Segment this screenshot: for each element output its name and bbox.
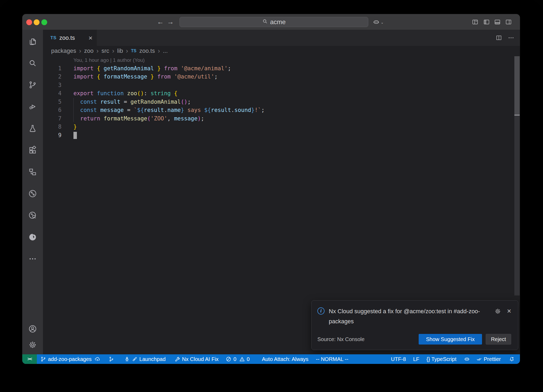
- show-suggested-fix-button[interactable]: Show Suggested Fix: [419, 334, 482, 345]
- breadcrumb-separator: ›: [126, 47, 128, 55]
- breadcrumb-item-lib[interactable]: lib: [117, 47, 123, 54]
- activity-bar-item-explorer[interactable]: [28, 37, 37, 46]
- language-item[interactable]: {} TypeScript: [426, 356, 456, 362]
- toggle-primary-sidebar-icon[interactable]: [483, 19, 490, 25]
- line-number: 7: [43, 115, 62, 123]
- breadcrumb-item-file[interactable]: zoo.ts: [139, 47, 155, 54]
- line-number: 9: [43, 131, 62, 140]
- navigate-back-button[interactable]: ←: [156, 18, 164, 26]
- code-line-1[interactable]: 1import { getRandomAnimal } from '@acme/…: [43, 64, 520, 73]
- tab-zoo-ts[interactable]: TS zoo.ts ×: [43, 30, 97, 46]
- notification-settings-gear-icon[interactable]: [494, 308, 501, 316]
- code-token: `: [134, 107, 137, 113]
- activity-bar-item-org-chart[interactable]: [28, 167, 37, 176]
- breadcrumb-symbol-tail[interactable]: ...: [163, 47, 168, 54]
- remote-indicator[interactable]: ><: [22, 354, 37, 364]
- auto-attach-item[interactable]: Auto Attach: Always: [262, 356, 309, 362]
- vim-mode-item[interactable]: -- NORMAL --: [316, 356, 348, 362]
- code-line-6[interactable]: 6 const message = `${result.name} says $…: [43, 106, 520, 115]
- zoom-window-button[interactable]: [41, 19, 47, 25]
- activity-bar-item-account[interactable]: [28, 324, 37, 333]
- status-label: Auto Attach: Always: [262, 356, 309, 362]
- code-line-2[interactable]: 2import { formatMessage } from '@acme/ut…: [43, 73, 520, 81]
- code-token: [94, 73, 97, 80]
- code-line-5[interactable]: 5 const result = getRandomAnimal();: [43, 98, 520, 106]
- code-token: (: [181, 99, 184, 105]
- navigate-forward-button[interactable]: →: [167, 18, 174, 26]
- launchpad-item[interactable]: Launchpad: [124, 356, 166, 362]
- code-token: }: [181, 107, 184, 113]
- code-line-7[interactable]: 7 return formatMessage('ZOO', message);: [43, 115, 520, 123]
- activity-bar-item-run-debug[interactable]: [28, 102, 37, 111]
- chevron-down-icon[interactable]: ⌄: [381, 20, 384, 24]
- code-token: :: [144, 90, 147, 97]
- more-actions-icon[interactable]: [508, 34, 514, 41]
- double-check-icon: [476, 356, 482, 362]
- notification-toast: i Nx Cloud suggested a fix for @acme/zoo…: [311, 300, 518, 350]
- nx-cloud-fix-item[interactable]: Nx Cloud AI Fix: [174, 356, 219, 362]
- search-icon: [262, 18, 268, 26]
- testing-icon: [28, 124, 37, 133]
- scm-graph-item[interactable]: [108, 356, 114, 362]
- activity-bar-item-extensions[interactable]: [28, 146, 37, 155]
- code-token: [73, 107, 80, 113]
- breadcrumb-item-packages[interactable]: packages: [51, 47, 76, 54]
- activity-bar-item-edge-tools[interactable]: [28, 233, 37, 242]
- status-label: Launchpad: [139, 356, 166, 362]
- code-token: {: [97, 73, 100, 80]
- customize-layout-icon[interactable]: [472, 19, 479, 25]
- eol-item[interactable]: LF: [413, 356, 419, 362]
- encoding-item[interactable]: UTF-8: [391, 356, 406, 362]
- code-token: name: [167, 107, 181, 113]
- activity-bar-item-source-control[interactable]: [28, 80, 37, 89]
- toggle-panel-icon[interactable]: [494, 19, 501, 25]
- activity-bar-item-search[interactable]: [28, 59, 37, 68]
- status-label: add-zoo-packages: [48, 356, 92, 362]
- code-token: ;: [201, 115, 204, 122]
- code-line-4[interactable]: 4export function zoo(): string {: [43, 89, 520, 98]
- activity-bar-item-more-views[interactable]: [28, 254, 37, 263]
- code-token: ,: [167, 115, 171, 122]
- breadcrumb-item-src[interactable]: src: [102, 47, 109, 54]
- code-token: =: [124, 99, 127, 105]
- status-label: LF: [413, 356, 419, 362]
- copilot-status-item[interactable]: [464, 356, 470, 362]
- notification-message: Nx Cloud suggested a fix for @acme/zoo:t…: [329, 306, 488, 326]
- error-circle-icon: [226, 356, 231, 362]
- code-token: '@acme/util': [174, 73, 214, 80]
- line-number: 1: [43, 64, 62, 73]
- breadcrumb-separator: ›: [97, 47, 99, 55]
- code-token: 'ZOO': [151, 115, 167, 122]
- status-label: {} TypeScript: [426, 356, 456, 362]
- code-token: ): [141, 90, 144, 97]
- status-bar: >< add-zoo-packagesLaunchpadNx Cloud AI …: [22, 354, 520, 364]
- activity-bar-item-circle-branch[interactable]: [28, 189, 37, 198]
- problems-item[interactable]: 00: [226, 356, 249, 362]
- code-token: [97, 107, 100, 113]
- code-line-3[interactable]: 3: [43, 81, 520, 90]
- minimize-window-button[interactable]: [34, 19, 40, 25]
- scrollbar-slider[interactable]: [514, 56, 520, 115]
- git-blame-annotation: You, 1 hour ago | 1 author (You): [73, 56, 145, 64]
- prettier-item[interactable]: Prettier: [476, 356, 501, 362]
- breadcrumb-item-zoo[interactable]: zoo: [84, 47, 93, 54]
- activity-bar-item-testing[interactable]: [28, 124, 37, 133]
- branch-item[interactable]: add-zoo-packages: [40, 356, 100, 362]
- command-center-search[interactable]: acme: [179, 17, 368, 27]
- reject-button[interactable]: Reject: [486, 334, 511, 345]
- code-token: result: [100, 99, 120, 105]
- wrench-icon: [174, 356, 180, 362]
- close-tab-icon[interactable]: ×: [89, 34, 93, 41]
- code-line-9[interactable]: 9: [43, 131, 520, 140]
- line-number: 2: [43, 73, 62, 81]
- split-editor-icon[interactable]: [496, 34, 502, 41]
- activity-bar-item-circle-branch-search[interactable]: [28, 211, 37, 220]
- toggle-secondary-sidebar-icon[interactable]: [505, 19, 512, 25]
- code-line-8[interactable]: 8}: [43, 123, 520, 131]
- activity-bar-item-settings-gear[interactable]: [28, 340, 37, 349]
- notifications-item[interactable]: [509, 356, 515, 362]
- notification-close-icon[interactable]: ×: [507, 308, 511, 316]
- copilot-icon[interactable]: [373, 19, 380, 25]
- close-window-button[interactable]: [26, 19, 32, 25]
- status-label: UTF-8: [391, 356, 406, 362]
